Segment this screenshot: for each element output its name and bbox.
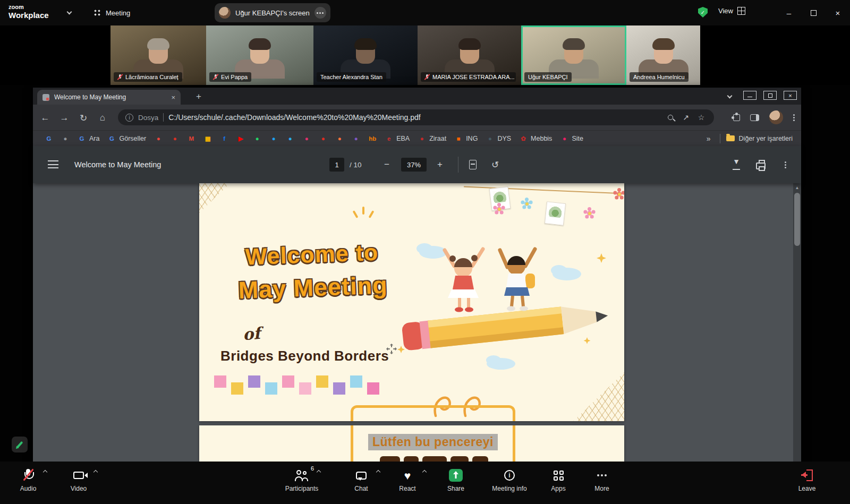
browser-window-controls: × [743, 91, 797, 100]
side-panel-icon[interactable] [750, 114, 759, 121]
screen-share-options-button[interactable] [314, 7, 326, 19]
pencil-illustration [402, 302, 609, 351]
share-page-icon[interactable]: ↗ [681, 113, 691, 122]
bookmark-item[interactable]: G [41, 133, 56, 144]
bookmark-item[interactable]: ▦ [200, 133, 215, 144]
participants-button[interactable]: 6 Participants [278, 467, 326, 492]
meeting-info-button[interactable]: Meeting info [481, 467, 538, 492]
zoom-in-button[interactable]: + [432, 158, 447, 172]
more-button[interactable]: More [578, 467, 626, 492]
bookmark-item[interactable]: ● [58, 133, 73, 144]
print-button[interactable] [753, 158, 768, 172]
maximize-button[interactable] [801, 0, 826, 25]
pdf-favicon [42, 94, 49, 101]
chat-button[interactable]: Chat [337, 467, 385, 492]
bookmark-item[interactable]: f [217, 133, 232, 144]
scroll-up-arrow-icon[interactable]: ▲ [793, 185, 801, 190]
browser-close-button[interactable]: × [784, 91, 797, 100]
share-button[interactable]: Share [432, 467, 480, 492]
bookmark-item[interactable]: M [184, 133, 199, 144]
workspace-dropdown-chevron-icon[interactable] [67, 10, 72, 15]
bookmark-item[interactable]: ● [151, 133, 166, 144]
video-button[interactable]: Video [55, 467, 103, 492]
flower-decoration [587, 211, 592, 216]
page-zoom-icon[interactable] [665, 115, 676, 120]
tab-close-icon[interactable]: × [171, 93, 175, 101]
site-info-icon[interactable] [125, 114, 133, 122]
view-layout-icon [737, 7, 745, 15]
camera-icon [73, 472, 84, 479]
browser-minimize-button[interactable] [743, 91, 756, 100]
bookmark-item[interactable]: ● [332, 133, 347, 144]
apps-button[interactable]: Apps [534, 467, 582, 492]
browser-tab[interactable]: Welcome to May Meeting × [37, 90, 181, 105]
reload-button[interactable]: ↻ [76, 111, 90, 125]
scrollbar-thumb[interactable] [794, 193, 800, 246]
browser-menu-icon[interactable] [793, 117, 795, 118]
bookmark-item[interactable]: ✿ Mebbis [516, 133, 555, 144]
bookmark-label: ING [466, 135, 478, 142]
participant-video-tile[interactable]: Uğur KEBAPÇI [521, 25, 626, 85]
bookmark-item[interactable]: ▶ [233, 133, 248, 144]
bookmark-item[interactable]: ● [250, 133, 265, 144]
forward-button[interactable]: → [57, 111, 71, 125]
profile-avatar[interactable] [769, 110, 783, 124]
chrome-browser-window: Welcome to May Meeting × + × ← → ↻ ⌂ Dos… [33, 88, 801, 462]
other-bookmarks-folder[interactable]: Diğer yer işaretleri [726, 135, 793, 142]
bookmark-item[interactable]: ● [167, 133, 182, 144]
browser-restore-button[interactable] [763, 91, 777, 100]
close-button[interactable]: × [826, 0, 850, 25]
zoom-out-button[interactable]: − [379, 158, 394, 172]
download-button[interactable]: ▲ [729, 158, 744, 172]
react-button[interactable]: ♥ React [384, 467, 431, 492]
bookmark-item[interactable]: ● [316, 133, 330, 144]
back-button[interactable]: ← [38, 111, 52, 125]
audio-button[interactable]: Audio [4, 467, 52, 492]
view-button[interactable]: View [718, 7, 745, 15]
bookmark-item[interactable]: ● [299, 133, 314, 144]
fit-to-page-button[interactable] [465, 158, 480, 172]
slide-title-line2: May Meeting [218, 271, 407, 305]
react-label: React [384, 485, 431, 492]
security-shield-icon[interactable]: ✓ [698, 7, 708, 18]
bookmark-item[interactable]: ● Ziraat [414, 133, 449, 144]
bookmark-item[interactable]: ● [266, 133, 281, 144]
shared-screen-pill[interactable]: Uğur KEBAPÇI's screen [215, 3, 330, 22]
meeting-tab[interactable]: Meeting [88, 5, 135, 21]
participant-video-tile[interactable]: Evi Pappa [206, 25, 313, 85]
bookmark-item[interactable]: hb [365, 133, 380, 144]
bookmark-item[interactable]: ● [348, 133, 363, 144]
bookmark-item[interactable]: G Görseller [104, 133, 149, 144]
leave-button[interactable]: Leave [783, 467, 831, 492]
bookmark-item[interactable]: ● [283, 133, 298, 144]
folder-icon [726, 135, 735, 141]
bookmark-item[interactable]: e EBA [381, 133, 413, 144]
address-bar[interactable]: Dosya C:/Users/schule/.cache/Downloads/W… [118, 109, 714, 125]
bookmark-star-icon[interactable]: ☆ [696, 113, 707, 122]
close-icon: × [836, 8, 840, 18]
home-button[interactable]: ⌂ [96, 111, 109, 125]
pdf-more-options-button[interactable] [778, 158, 793, 172]
pdf-menu-icon[interactable] [48, 160, 58, 168]
new-tab-button[interactable]: + [192, 90, 205, 103]
highlighted-text: Lütfen bu pencereyi [368, 434, 498, 450]
bookmark-item[interactable]: ■ ING [451, 133, 481, 144]
participant-video-tile[interactable]: MARIA JOSE ESTRADA ARA... [418, 25, 521, 85]
rotate-button[interactable]: ↺ [488, 158, 503, 172]
participant-video-tile[interactable]: Andreea Humelnicu [626, 25, 700, 85]
extensions-icon[interactable] [733, 114, 740, 121]
bookmark-label: Ziraat [429, 135, 446, 142]
participant-name-badge: Lăcrămioara Curaleț [114, 72, 182, 82]
tab-search-chevron-icon[interactable] [727, 93, 733, 99]
participant-video-tile[interactable]: Teacher Alexandra Stan [313, 25, 418, 85]
bookmark-item[interactable]: ● DYS [482, 133, 514, 144]
pdf-scrollbar[interactable]: ▲ [793, 183, 801, 462]
more-label: More [578, 485, 626, 492]
bookmark-item[interactable]: G Ara [74, 133, 103, 144]
participant-video-tile[interactable]: Lăcrămioara Curaleț [110, 25, 206, 85]
bookmark-item[interactable]: ● Site [557, 133, 586, 144]
minimize-button[interactable]: – [777, 0, 801, 25]
annotation-toolbar-button[interactable] [12, 437, 28, 452]
page-number-input[interactable]: 1 [329, 158, 344, 172]
bookmarks-overflow-chevron[interactable]: » [703, 134, 714, 143]
